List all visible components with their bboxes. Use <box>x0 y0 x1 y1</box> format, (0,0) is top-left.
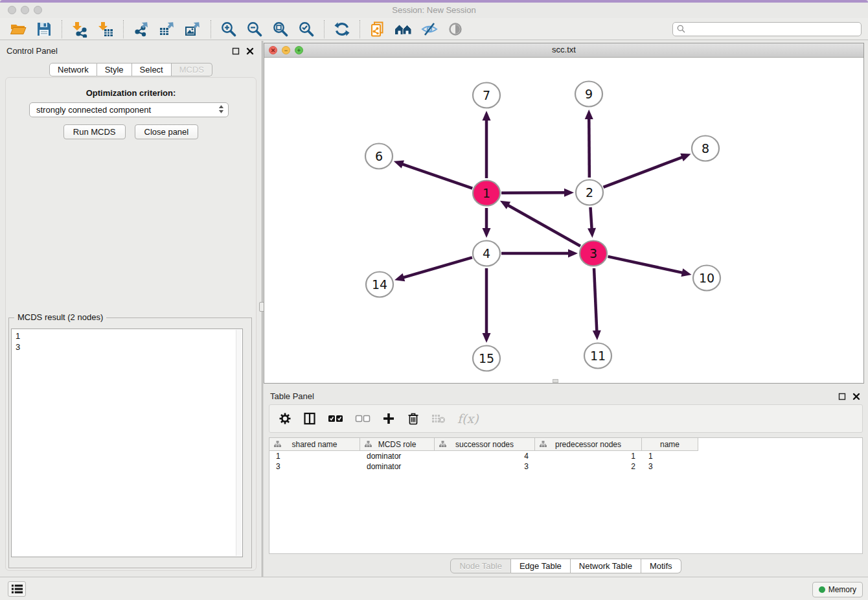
table-cell[interactable]: 1 <box>642 451 698 461</box>
float-panel-icon[interactable] <box>231 47 240 55</box>
select-stepper-icon <box>218 104 224 116</box>
graph-edge[interactable] <box>608 257 683 273</box>
node-table[interactable]: shared nameMCDS rolesuccessor nodesprede… <box>269 437 863 554</box>
tab-node-table[interactable]: Node Table <box>450 559 511 573</box>
graph-edge[interactable] <box>507 205 580 246</box>
table-cell[interactable]: 2 <box>535 461 642 472</box>
close-panel-icon[interactable] <box>246 47 254 55</box>
table-row[interactable]: 3dominator323 <box>269 461 862 472</box>
table-body[interactable]: 1dominator4113dominator323 <box>269 451 862 472</box>
table-cell[interactable]: dominator <box>360 451 435 461</box>
zoom-in-icon[interactable] <box>219 19 238 39</box>
result-list-item[interactable]: 3 <box>12 341 242 352</box>
close-panel-button[interactable]: Close panel <box>135 124 199 139</box>
tab-edge-table[interactable]: Edge Table <box>511 559 571 573</box>
control-panel-tabs: Network Style Select MCDS <box>49 63 212 76</box>
status-bar: Memory <box>0 577 868 600</box>
canvas-resize-handle[interactable] <box>553 379 558 383</box>
table-cell[interactable]: 4 <box>435 451 535 461</box>
export-image-icon[interactable] <box>183 19 203 39</box>
edge-arrowhead <box>394 273 405 281</box>
zoom-out-icon[interactable] <box>245 19 264 39</box>
main-toolbar <box>0 18 868 40</box>
column-header[interactable]: successor nodes <box>435 438 535 451</box>
show-eye-icon[interactable] <box>446 19 465 39</box>
network-canvas[interactable]: 7968124314101511 <box>264 58 863 383</box>
column-header[interactable]: shared name <box>269 438 360 451</box>
table-settings-gear-icon[interactable] <box>279 412 291 425</box>
node-label: 15 <box>479 351 494 365</box>
tab-motifs[interactable]: Motifs <box>641 559 681 573</box>
column-header[interactable]: predecessor nodes <box>535 438 642 451</box>
graph-edge[interactable] <box>401 164 472 189</box>
zoom-fit-icon[interactable] <box>271 19 290 39</box>
tab-style[interactable]: Style <box>97 63 132 76</box>
node-label: 6 <box>375 149 383 163</box>
copy-network-icon[interactable] <box>368 19 387 39</box>
home-icon[interactable] <box>394 19 413 39</box>
tab-mcds[interactable]: MCDS <box>172 63 212 76</box>
deselect-all-icon[interactable] <box>355 414 371 423</box>
edge-arrowhead <box>394 161 404 168</box>
toolbar-separator <box>360 20 360 38</box>
table-header-row[interactable]: shared nameMCDS rolesuccessor nodesprede… <box>269 438 698 451</box>
run-mcds-button[interactable]: Run MCDS <box>63 124 126 139</box>
column-header[interactable]: name <box>642 438 698 451</box>
mcds-result-list[interactable]: 13 <box>11 329 243 557</box>
hide-eye-icon[interactable] <box>420 19 439 39</box>
select-all-icon[interactable] <box>328 414 343 423</box>
mcds-panel: Optimization criterion: strongly connect… <box>5 77 257 571</box>
open-session-icon[interactable] <box>8 19 28 39</box>
network-graph[interactable]: 7968124314101511 <box>264 58 863 383</box>
node-label: 9 <box>585 87 593 101</box>
table-tabs: Node Table Edge Table Network Table Moti… <box>264 559 868 573</box>
task-history-button[interactable] <box>8 581 26 597</box>
edge-arrowhead <box>568 249 578 258</box>
export-network-icon[interactable] <box>131 19 151 39</box>
table-cell[interactable]: 1 <box>535 451 642 461</box>
graph-edge[interactable] <box>604 157 684 187</box>
result-list-item[interactable]: 1 <box>12 330 242 341</box>
search-icon <box>677 25 685 33</box>
tab-network-table[interactable]: Network Table <box>571 559 641 573</box>
table-cell[interactable]: 3 <box>642 461 698 472</box>
table-cell[interactable]: 3 <box>269 461 360 472</box>
edge-arrowhead <box>680 154 691 161</box>
hierarchy-icon <box>274 441 281 448</box>
save-session-icon[interactable] <box>34 19 54 39</box>
memory-status-icon <box>819 586 825 593</box>
refresh-layout-icon[interactable] <box>332 19 352 39</box>
node-label: 10 <box>699 271 714 285</box>
graph-edge[interactable] <box>589 117 589 178</box>
toolbar-separator <box>123 20 124 38</box>
show-columns-icon[interactable] <box>303 412 316 425</box>
export-table-icon[interactable] <box>157 19 177 39</box>
table-cell[interactable]: 3 <box>435 461 535 472</box>
graph-edge[interactable] <box>594 268 597 332</box>
table-row[interactable]: 1dominator411 <box>269 451 862 461</box>
node-label: 8 <box>702 141 709 156</box>
criterion-select[interactable]: strongly connected component <box>29 102 229 117</box>
network-window-titlebar[interactable]: ✕ − + scc.txt <box>264 43 863 58</box>
table-cell[interactable]: dominator <box>360 461 435 472</box>
delete-column-trash-icon[interactable] <box>407 411 420 426</box>
graph-edge[interactable] <box>402 257 472 278</box>
search-input[interactable] <box>688 24 850 34</box>
import-network-icon[interactable] <box>70 19 89 39</box>
control-panel-title: Control Panel <box>6 46 58 56</box>
graph-edge[interactable] <box>590 207 591 230</box>
close-table-panel-icon[interactable] <box>852 392 860 400</box>
tab-network[interactable]: Network <box>49 63 97 76</box>
float-table-panel-icon[interactable] <box>838 392 846 400</box>
column-header[interactable]: MCDS role <box>360 438 435 451</box>
network-view-window: ✕ − + scc.txt 7968124314101511 <box>264 43 864 384</box>
add-column-icon[interactable] <box>382 412 395 425</box>
tab-select[interactable]: Select <box>132 63 172 76</box>
memory-button[interactable]: Memory <box>812 582 863 597</box>
import-table-icon[interactable] <box>96 19 115 39</box>
search-field[interactable] <box>672 22 862 36</box>
result-scrollbar[interactable] <box>236 330 242 556</box>
table-cell[interactable]: 1 <box>269 451 360 461</box>
zoom-selected-icon[interactable] <box>297 19 316 39</box>
graph-edge[interactable] <box>501 192 566 193</box>
